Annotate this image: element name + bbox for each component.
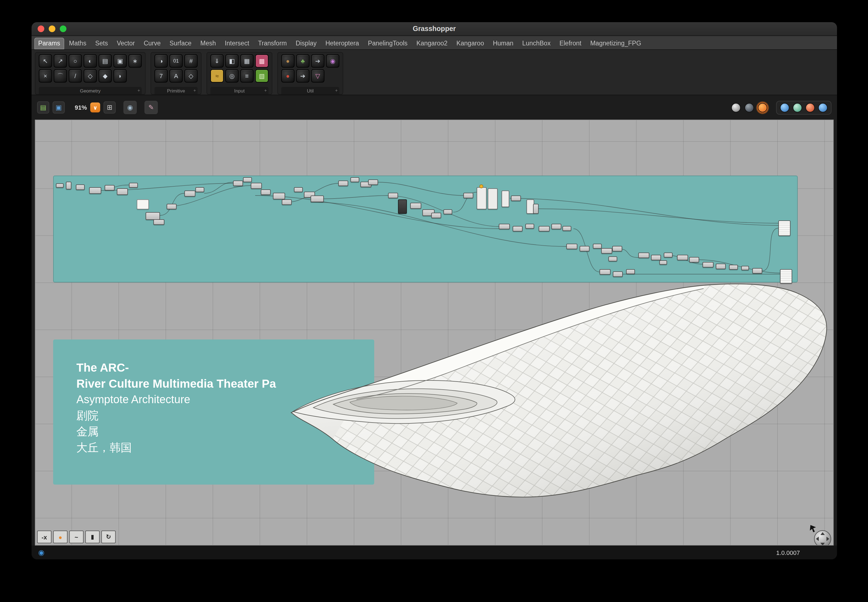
gh-node[interactable] [778,220,790,236]
gh-node[interactable] [282,200,292,205]
gh-node[interactable] [368,180,378,185]
tab-kangaroo2[interactable]: Kangaroo2 [413,38,451,49]
status-info-icon[interactable]: ◉ [38,548,44,557]
gh-node[interactable] [261,189,271,195]
title-bar[interactable]: Grasshopper [32,22,837,36]
preview-toggle-button[interactable]: ◉ [123,101,137,114]
gh-node[interactable] [533,204,538,214]
gh-node[interactable] [463,193,473,198]
data-path-param-icon[interactable]: # [184,54,198,68]
close-window-button[interactable] [38,26,44,32]
gradient-input-icon[interactable]: ▩ [255,54,268,68]
gh-node[interactable] [117,188,128,195]
curve-widget-icon[interactable]: ~ [69,531,84,543]
geometry-cache-icon[interactable]: × [39,69,52,83]
gh-node[interactable] [488,188,498,209]
gumball-widget-icon[interactable]: ● [53,531,67,543]
save-document-button[interactable]: ▣ [52,101,65,114]
gh-node[interactable] [664,253,673,258]
tab-magnetizing_fpg[interactable]: Magnetizing_FPG [586,38,645,49]
cherry-picker-icon[interactable]: ● [281,69,294,83]
gh-node[interactable] [626,269,635,274]
gh-node[interactable] [195,187,204,192]
box-param-icon[interactable]: ▣ [113,54,127,68]
bake-sphere-icon[interactable]: ● [281,54,294,68]
wireframe-preview-icon[interactable] [745,103,754,112]
gh-node[interactable] [702,262,713,267]
gh-node[interactable] [184,190,195,197]
gh-node[interactable] [443,209,452,214]
gh-node[interactable] [273,193,285,200]
flask-icon[interactable]: ▽ [311,69,324,83]
panel-icon[interactable]: ≡ [240,69,253,83]
tab-vector[interactable]: Vector [113,38,139,49]
gh-node[interactable] [638,253,649,258]
tab-display[interactable]: Display [292,38,320,49]
calendar-input-icon[interactable]: ▦ [240,54,253,68]
gh-node[interactable] [689,257,699,263]
tree-icon[interactable]: ♣ [296,54,310,68]
tab-mesh[interactable]: Mesh [196,38,220,49]
gh-node[interactable] [538,226,550,232]
preview-render-icon[interactable] [805,103,815,112]
tab-panelingtools[interactable]: PanelingTools [364,38,411,49]
gh-node[interactable] [729,265,738,270]
gh-node[interactable] [104,185,115,190]
tab-params[interactable]: Params [34,38,64,49]
gh-node[interactable] [601,248,612,253]
ribbon-group-expand-icon[interactable]: + [138,88,140,93]
gh-node[interactable] [294,187,303,192]
gh-node[interactable] [511,195,521,201]
gh-node[interactable] [137,200,149,209]
gh-node[interactable] [350,177,359,182]
tab-surface[interactable]: Surface [166,38,195,49]
gh-node[interactable] [613,271,623,277]
ribbon-group-expand-icon[interactable]: + [335,88,338,93]
gh-node[interactable] [741,266,749,270]
gh-node[interactable] [593,244,602,249]
new-document-button[interactable]: ▤ [37,101,49,114]
tab-intersect[interactable]: Intersect [221,38,253,49]
gh-node[interactable] [477,187,486,209]
relay-icon[interactable]: ➔ [311,54,324,68]
gh-node[interactable] [243,177,252,182]
gh-node[interactable] [233,181,243,186]
arc-param-icon[interactable]: ◐ [84,54,97,68]
tab-transform[interactable]: Transform [254,38,291,49]
surface-param-icon[interactable]: ◗ [113,69,127,83]
sketch-tool-button[interactable]: ✎ [144,101,158,114]
line-param-icon[interactable]: / [69,69,82,83]
gh-node[interactable] [167,204,176,209]
gh-node[interactable] [608,256,617,261]
tab-sets[interactable]: Sets [91,38,112,49]
boolean-toggle-icon[interactable]: ◧ [225,54,239,68]
control-knob-icon[interactable]: ◎ [225,69,239,83]
shaded-preview-icon[interactable] [731,103,741,112]
gh-node[interactable] [499,224,510,229]
grasshopper-canvas[interactable]: The ARC-River Culture Multimedia Theater… [35,120,834,545]
gh-node[interactable] [66,182,71,189]
gh-node[interactable] [752,268,762,273]
gh-node[interactable] [89,187,101,194]
slider-widget-icon[interactable]: ▮ [85,531,100,543]
integer-param-icon[interactable]: 01 [169,54,182,68]
gh-node[interactable] [512,226,523,232]
compass-widget-icon[interactable]: ↻ [101,531,116,543]
tab-curve[interactable]: Curve [140,38,164,49]
gh-node[interactable] [659,260,667,265]
gh-node[interactable] [612,246,622,252]
tab-heteroptera[interactable]: Heteroptera [322,38,363,49]
file-reader-icon[interactable]: ⇓ [210,54,224,68]
point-param-icon[interactable]: ◇ [84,69,97,83]
preview-shaded-icon[interactable] [793,103,802,112]
zoom-extents-button[interactable]: ⊞ [104,101,116,114]
mesh-param-icon[interactable]: ◆ [98,69,112,83]
number-param-icon[interactable]: 7 [155,69,168,83]
gh-node[interactable] [600,269,610,275]
custom-preview-icon[interactable] [758,103,767,112]
number-slider-icon[interactable]: ≈ [210,69,224,83]
boolean-param-icon[interactable]: ◑ [155,54,168,68]
geometry-param-icon[interactable]: ↖ [39,54,52,68]
gh-node[interactable] [76,184,85,190]
gh-node[interactable] [580,246,590,252]
